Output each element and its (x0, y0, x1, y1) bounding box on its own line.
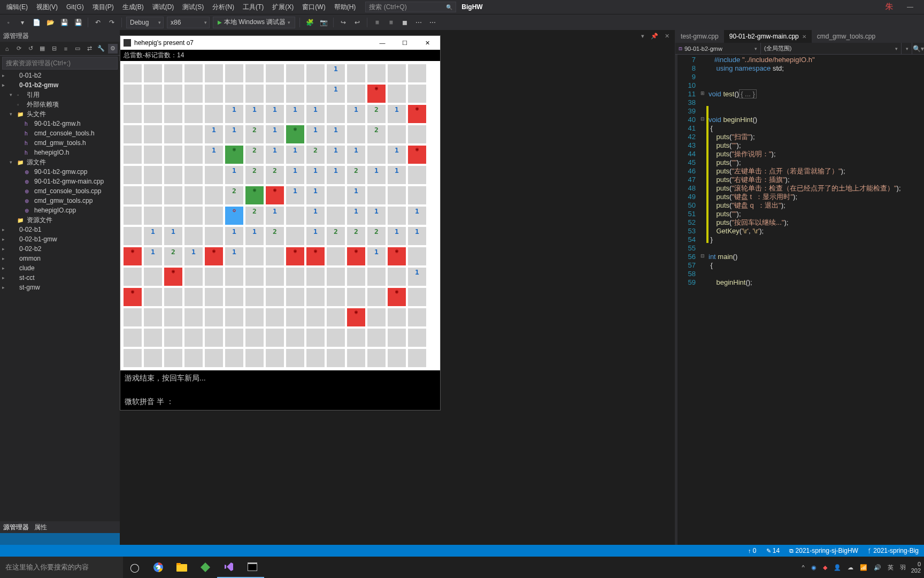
board-cell[interactable] (184, 85, 203, 103)
board-cell[interactable]: ◉ (347, 247, 365, 265)
board-cell[interactable]: 1 (205, 125, 223, 143)
board-cell[interactable] (266, 268, 284, 286)
board-cell[interactable] (124, 207, 142, 225)
menu-item[interactable]: 项目(P) (89, 2, 117, 13)
board-cell[interactable]: ◉ (408, 105, 426, 123)
board-cell[interactable] (286, 268, 304, 286)
toolbar-icon[interactable]: ↪ (338, 17, 349, 28)
board-cell[interactable]: ◉ (286, 125, 304, 143)
refresh-icon[interactable]: ⟳ (14, 44, 24, 54)
board-cell[interactable] (144, 85, 162, 103)
board-cell[interactable] (367, 349, 386, 367)
board-cell[interactable]: 2 (327, 227, 345, 245)
explorer-icon[interactable] (170, 557, 194, 578)
settings-icon[interactable]: ⚙ (108, 44, 118, 54)
toolbar-icon[interactable]: ↩ (352, 17, 363, 28)
tree-item[interactable]: ▾▫引用 (0, 90, 120, 100)
board-cell[interactable] (408, 308, 426, 326)
board-cell[interactable] (144, 105, 162, 123)
board-cell[interactable] (347, 85, 365, 103)
board-cell[interactable]: 1 (266, 146, 284, 164)
board-cell[interactable] (306, 85, 325, 103)
board-cell[interactable] (327, 105, 345, 123)
board-cell[interactable] (164, 329, 182, 347)
menu-item[interactable]: Git(G) (63, 2, 87, 12)
board-cell[interactable] (245, 329, 264, 347)
board-cell[interactable] (205, 166, 223, 184)
scope-project[interactable]: ⧈90-01-b2-gmw (675, 43, 761, 54)
props-icon[interactable]: ≡ (61, 44, 71, 54)
board-cell[interactable] (327, 207, 345, 225)
board-cell[interactable]: 2 (347, 166, 365, 184)
board-cell[interactable]: 1 (347, 186, 365, 204)
code-text[interactable]: #include "../include/hehepigIO.h" using … (709, 55, 924, 546)
volume-icon[interactable]: 🔊 (873, 564, 882, 571)
board-cell[interactable] (144, 308, 162, 326)
board-cell[interactable] (367, 329, 386, 347)
board-cell[interactable]: 1 (164, 227, 182, 245)
board-cell[interactable] (144, 288, 162, 306)
tray-icon[interactable]: 👤 (833, 564, 842, 571)
menu-item[interactable]: 窗口(W) (299, 2, 328, 13)
redo-icon[interactable]: ↷ (106, 17, 117, 28)
board-cell[interactable] (144, 329, 162, 347)
board-cell[interactable]: 1 (327, 64, 345, 82)
minimize-icon[interactable]: — (899, 0, 921, 14)
maximize-button[interactable]: ☐ (395, 37, 414, 48)
board-cell[interactable] (245, 268, 264, 286)
board-cell[interactable] (347, 329, 365, 347)
board-cell[interactable]: 1 (286, 166, 304, 184)
board-cell[interactable] (367, 146, 386, 164)
board-cell[interactable]: 1 (225, 247, 243, 265)
platform-combo[interactable]: x86 (167, 17, 210, 28)
menu-item[interactable]: 帮助(H) (331, 2, 359, 13)
board-cell[interactable] (245, 247, 264, 265)
taskbar-clock[interactable]: 0202 (911, 561, 921, 574)
board-cell[interactable] (408, 125, 426, 143)
tree-item[interactable]: ▸0-02-b2 (0, 244, 120, 254)
tree-item[interactable]: ⊕90-01-b2-gmw-main.cpp (0, 177, 120, 186)
tree-item[interactable]: ▸st-cct (0, 273, 120, 283)
tab[interactable]: 90-01-b2-gmw-main.cpp✕ (724, 30, 812, 43)
board-cell[interactable] (225, 288, 243, 306)
board-cell[interactable] (225, 349, 243, 367)
board-cell[interactable] (225, 64, 243, 82)
board-cell[interactable]: 1 (327, 85, 345, 103)
board-cell[interactable] (367, 186, 386, 204)
board-cell[interactable] (124, 268, 142, 286)
board-cell[interactable]: 1 (347, 207, 365, 225)
board-cell[interactable]: ◉ (388, 247, 406, 265)
board-cell[interactable] (164, 288, 182, 306)
board-cell[interactable]: 1 (306, 125, 325, 143)
board-cell[interactable]: 1 (388, 227, 406, 245)
board-cell[interactable] (124, 85, 142, 103)
board-cell[interactable] (184, 125, 203, 143)
board-cell[interactable] (327, 288, 345, 306)
steam-icon[interactable]: ◉ (810, 564, 818, 571)
board-cell[interactable]: 1 (266, 105, 284, 123)
board-cell[interactable]: 1 (266, 207, 284, 225)
board-cell[interactable]: 2 (245, 166, 264, 184)
board-cell[interactable] (306, 268, 325, 286)
tree-item[interactable]: 📁资源文件 (0, 215, 120, 225)
board-cell[interactable] (124, 125, 142, 143)
console-taskbar-icon[interactable] (241, 557, 264, 578)
board-cell[interactable] (388, 349, 406, 367)
board-cell[interactable] (164, 85, 182, 103)
save-icon[interactable]: 💾 (59, 17, 70, 28)
pending-count[interactable]: ✎ 14 (766, 547, 780, 554)
toolbar-icon[interactable]: 🧩 (304, 17, 315, 28)
board-cell[interactable] (225, 308, 243, 326)
board-cell[interactable] (184, 146, 203, 164)
board-cell[interactable] (225, 268, 243, 286)
board-cell[interactable] (408, 247, 426, 265)
board-cell[interactable] (388, 268, 406, 286)
board-cell[interactable] (286, 207, 304, 225)
board-cell[interactable] (245, 85, 264, 103)
view-icon[interactable]: ⇄ (84, 44, 94, 54)
board-cell[interactable]: ✪ (225, 207, 243, 225)
board-cell[interactable] (184, 207, 203, 225)
tree-item[interactable]: ⊕cmd_gmw_tools.cpp (0, 196, 120, 206)
board-cell[interactable]: 1 (286, 186, 304, 204)
board-cell[interactable]: 1 (306, 207, 325, 225)
